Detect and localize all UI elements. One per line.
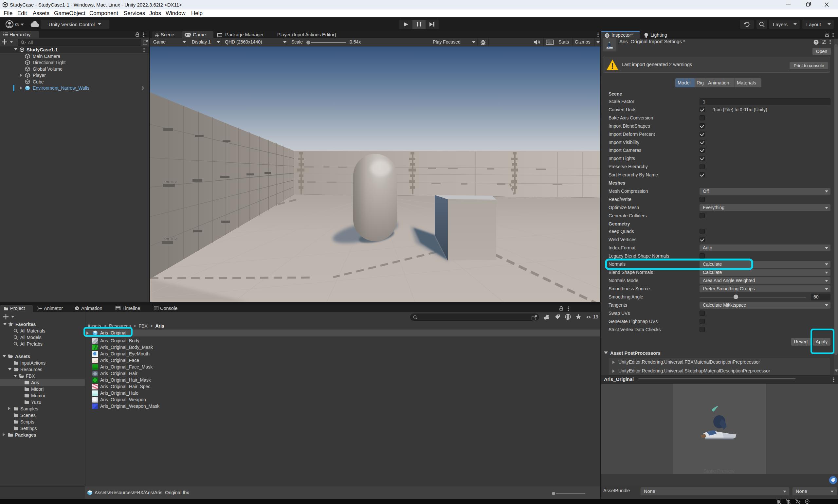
- svg-text:1METER: 1METER: [164, 237, 177, 241]
- svg-text:?: ?: [815, 40, 817, 44]
- svg-text:1METER: 1METER: [164, 180, 177, 184]
